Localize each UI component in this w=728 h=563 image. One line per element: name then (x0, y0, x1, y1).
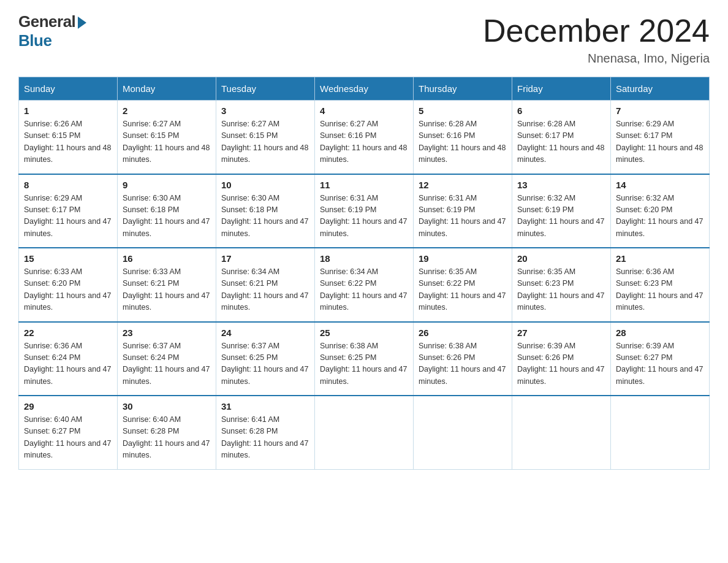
page-header: General Blue December 2024 Nnenasa, Imo,… (18, 12, 710, 66)
day-number: 22 (24, 327, 112, 338)
calendar-day-cell: 8Sunrise: 6:29 AMSunset: 6:17 PMDaylight… (19, 174, 118, 248)
day-info: Sunrise: 6:40 AMSunset: 6:28 PMDaylight:… (123, 414, 211, 462)
calendar-day-cell: 22Sunrise: 6:36 AMSunset: 6:24 PMDayligh… (19, 322, 118, 396)
day-info: Sunrise: 6:31 AMSunset: 6:19 PMDaylight:… (419, 193, 507, 240)
logo-blue-text: Blue (18, 31, 51, 50)
day-info: Sunrise: 6:35 AMSunset: 6:22 PMDaylight:… (419, 266, 507, 314)
day-info: Sunrise: 6:34 AMSunset: 6:22 PMDaylight:… (320, 266, 408, 314)
calendar-week-row: 15Sunrise: 6:33 AMSunset: 6:20 PMDayligh… (19, 248, 710, 322)
day-info: Sunrise: 6:37 AMSunset: 6:25 PMDaylight:… (221, 340, 309, 388)
weekday-header-thursday: Thursday (414, 77, 512, 101)
day-info: Sunrise: 6:28 AMSunset: 6:16 PMDaylight:… (419, 118, 507, 166)
day-number: 15 (24, 253, 112, 264)
calendar-day-cell: 4Sunrise: 6:27 AMSunset: 6:16 PMDaylight… (315, 101, 414, 174)
day-number: 31 (221, 401, 309, 412)
weekday-header-tuesday: Tuesday (216, 77, 315, 101)
day-info: Sunrise: 6:40 AMSunset: 6:27 PMDaylight:… (24, 414, 112, 462)
calendar-day-cell: 16Sunrise: 6:33 AMSunset: 6:21 PMDayligh… (118, 248, 216, 322)
day-info: Sunrise: 6:39 AMSunset: 6:27 PMDaylight:… (616, 340, 704, 388)
day-number: 2 (123, 105, 211, 116)
day-number: 1 (24, 105, 112, 116)
day-number: 3 (221, 105, 309, 116)
logo-general-text: General (18, 12, 75, 31)
day-number: 30 (123, 401, 211, 412)
calendar-day-cell: 31Sunrise: 6:41 AMSunset: 6:28 PMDayligh… (216, 396, 315, 469)
calendar-week-row: 8Sunrise: 6:29 AMSunset: 6:17 PMDaylight… (19, 174, 710, 248)
calendar-day-cell: 14Sunrise: 6:32 AMSunset: 6:20 PMDayligh… (611, 174, 710, 248)
weekday-header-sunday: Sunday (19, 77, 118, 101)
calendar-day-cell: 23Sunrise: 6:37 AMSunset: 6:24 PMDayligh… (118, 322, 216, 396)
calendar-day-cell: 6Sunrise: 6:28 AMSunset: 6:17 PMDaylight… (512, 101, 611, 174)
calendar-day-cell: 18Sunrise: 6:34 AMSunset: 6:22 PMDayligh… (315, 248, 414, 322)
calendar-day-cell: 28Sunrise: 6:39 AMSunset: 6:27 PMDayligh… (611, 322, 710, 396)
calendar-day-cell: 27Sunrise: 6:39 AMSunset: 6:26 PMDayligh… (512, 322, 611, 396)
day-info: Sunrise: 6:37 AMSunset: 6:24 PMDaylight:… (123, 340, 211, 388)
day-number: 20 (517, 253, 605, 264)
day-info: Sunrise: 6:33 AMSunset: 6:21 PMDaylight:… (123, 266, 211, 314)
month-year-title: December 2024 (483, 12, 710, 49)
calendar-day-cell (414, 396, 512, 469)
day-number: 14 (616, 180, 704, 190)
day-number: 26 (419, 327, 507, 338)
title-block: December 2024 Nnenasa, Imo, Nigeria (483, 12, 710, 66)
day-info: Sunrise: 6:30 AMSunset: 6:18 PMDaylight:… (221, 193, 309, 240)
day-info: Sunrise: 6:39 AMSunset: 6:26 PMDaylight:… (517, 340, 605, 388)
day-info: Sunrise: 6:27 AMSunset: 6:16 PMDaylight:… (320, 118, 408, 166)
calendar-day-cell: 21Sunrise: 6:36 AMSunset: 6:23 PMDayligh… (611, 248, 710, 322)
day-number: 29 (24, 401, 112, 412)
calendar-day-cell: 17Sunrise: 6:34 AMSunset: 6:21 PMDayligh… (216, 248, 315, 322)
weekday-header-row: SundayMondayTuesdayWednesdayThursdayFrid… (19, 77, 710, 101)
logo: General Blue (18, 12, 86, 50)
calendar-day-cell: 30Sunrise: 6:40 AMSunset: 6:28 PMDayligh… (118, 396, 216, 469)
day-info: Sunrise: 6:27 AMSunset: 6:15 PMDaylight:… (123, 118, 211, 166)
day-info: Sunrise: 6:32 AMSunset: 6:20 PMDaylight:… (616, 193, 704, 240)
day-number: 9 (123, 180, 211, 190)
day-info: Sunrise: 6:30 AMSunset: 6:18 PMDaylight:… (123, 193, 211, 240)
calendar-day-cell: 19Sunrise: 6:35 AMSunset: 6:22 PMDayligh… (414, 248, 512, 322)
calendar-day-cell (611, 396, 710, 469)
calendar-day-cell: 3Sunrise: 6:27 AMSunset: 6:15 PMDaylight… (216, 101, 315, 174)
calendar-day-cell: 29Sunrise: 6:40 AMSunset: 6:27 PMDayligh… (19, 396, 118, 469)
calendar-day-cell: 26Sunrise: 6:38 AMSunset: 6:26 PMDayligh… (414, 322, 512, 396)
day-number: 7 (616, 105, 704, 116)
day-info: Sunrise: 6:35 AMSunset: 6:23 PMDaylight:… (517, 266, 605, 314)
day-number: 4 (320, 105, 408, 116)
calendar-day-cell: 10Sunrise: 6:30 AMSunset: 6:18 PMDayligh… (216, 174, 315, 248)
day-info: Sunrise: 6:36 AMSunset: 6:24 PMDaylight:… (24, 340, 112, 388)
day-number: 17 (221, 253, 309, 264)
calendar-day-cell: 9Sunrise: 6:30 AMSunset: 6:18 PMDaylight… (118, 174, 216, 248)
calendar-week-row: 1Sunrise: 6:26 AMSunset: 6:15 PMDaylight… (19, 101, 710, 174)
day-number: 25 (320, 327, 408, 338)
calendar-week-row: 29Sunrise: 6:40 AMSunset: 6:27 PMDayligh… (19, 396, 710, 469)
day-number: 12 (419, 180, 507, 190)
weekday-header-monday: Monday (118, 77, 216, 101)
calendar-day-cell: 25Sunrise: 6:38 AMSunset: 6:25 PMDayligh… (315, 322, 414, 396)
day-number: 10 (221, 180, 309, 190)
day-number: 24 (221, 327, 309, 338)
day-info: Sunrise: 6:26 AMSunset: 6:15 PMDaylight:… (24, 118, 112, 166)
day-info: Sunrise: 6:38 AMSunset: 6:26 PMDaylight:… (419, 340, 507, 388)
day-info: Sunrise: 6:29 AMSunset: 6:17 PMDaylight:… (616, 118, 704, 166)
day-number: 11 (320, 180, 408, 190)
day-number: 23 (123, 327, 211, 338)
calendar-day-cell: 15Sunrise: 6:33 AMSunset: 6:20 PMDayligh… (19, 248, 118, 322)
calendar-day-cell: 20Sunrise: 6:35 AMSunset: 6:23 PMDayligh… (512, 248, 611, 322)
calendar-day-cell: 1Sunrise: 6:26 AMSunset: 6:15 PMDaylight… (19, 101, 118, 174)
calendar-table: SundayMondayTuesdayWednesdayThursdayFrid… (18, 77, 710, 470)
calendar-day-cell: 13Sunrise: 6:32 AMSunset: 6:19 PMDayligh… (512, 174, 611, 248)
calendar-day-cell: 2Sunrise: 6:27 AMSunset: 6:15 PMDaylight… (118, 101, 216, 174)
calendar-day-cell: 7Sunrise: 6:29 AMSunset: 6:17 PMDaylight… (611, 101, 710, 174)
day-info: Sunrise: 6:28 AMSunset: 6:17 PMDaylight:… (517, 118, 605, 166)
day-info: Sunrise: 6:33 AMSunset: 6:20 PMDaylight:… (24, 266, 112, 314)
calendar-day-cell: 11Sunrise: 6:31 AMSunset: 6:19 PMDayligh… (315, 174, 414, 248)
day-info: Sunrise: 6:34 AMSunset: 6:21 PMDaylight:… (221, 266, 309, 314)
day-number: 16 (123, 253, 211, 264)
day-info: Sunrise: 6:32 AMSunset: 6:19 PMDaylight:… (517, 193, 605, 240)
day-number: 27 (517, 327, 605, 338)
day-number: 13 (517, 180, 605, 190)
weekday-header-wednesday: Wednesday (315, 77, 414, 101)
day-number: 8 (24, 180, 112, 190)
calendar-day-cell: 12Sunrise: 6:31 AMSunset: 6:19 PMDayligh… (414, 174, 512, 248)
location-subtitle: Nnenasa, Imo, Nigeria (483, 52, 710, 66)
day-info: Sunrise: 6:36 AMSunset: 6:23 PMDaylight:… (616, 266, 704, 314)
